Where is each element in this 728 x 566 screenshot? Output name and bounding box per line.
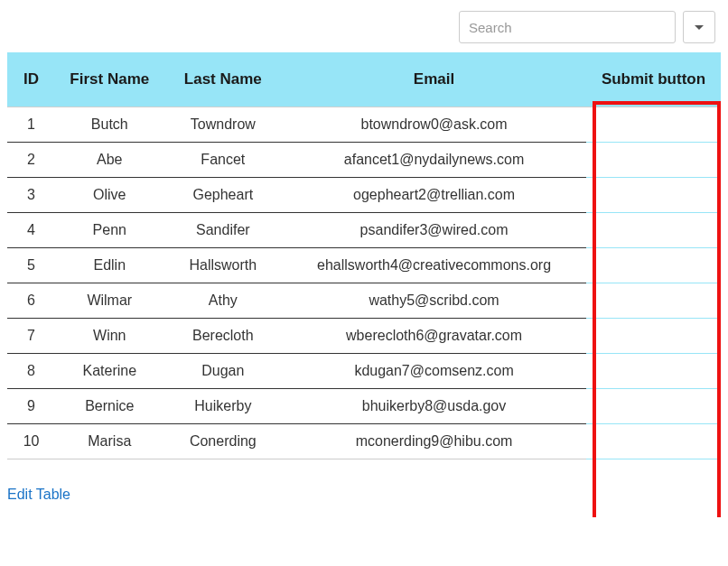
header-first[interactable]: First Name [55,52,163,107]
cell-id: 10 [7,424,55,459]
cell-email: kdugan7@comsenz.com [282,354,586,389]
table-row: 2AbeFancetafancet1@nydailynews.com [7,143,721,178]
cell-first: Butch [55,107,163,143]
cell-last: Huikerby [164,389,283,424]
cell-id: 6 [7,283,55,319]
header-last[interactable]: Last Name [164,52,283,107]
cell-submit[interactable] [586,248,721,283]
cell-submit[interactable] [586,354,721,389]
table-row: 7WinnBereclothwberecloth6@gravatar.com [7,319,721,354]
cell-first: Bernice [55,389,163,424]
table-row: 5EdlinHallsworthehallsworth4@creativecom… [7,248,721,283]
edit-table-link[interactable]: Edit Table [7,487,70,503]
cell-last: Gepheart [164,178,283,213]
cell-email: wathy5@scribd.com [282,283,586,319]
cell-submit[interactable] [586,283,721,319]
cell-submit[interactable] [586,319,721,354]
cell-id: 2 [7,143,55,178]
table-row: 3OliveGepheartogepheart2@trellian.com [7,178,721,213]
cell-email: btowndrow0@ask.com [282,107,586,143]
cell-first: Marisa [55,424,163,459]
table-row: 9BerniceHuikerbybhuikerby8@usda.gov [7,389,721,424]
cell-id: 5 [7,248,55,283]
cell-email: mconerding9@hibu.com [282,424,586,459]
cell-id: 3 [7,178,55,213]
cell-submit[interactable] [586,107,721,143]
search-input[interactable] [459,11,676,43]
cell-first: Abe [55,143,163,178]
cell-first: Wilmar [55,283,163,319]
cell-email: afancet1@nydailynews.com [282,143,586,178]
cell-first: Olive [55,178,163,213]
table-row: 1ButchTowndrowbtowndrow0@ask.com [7,107,721,143]
cell-id: 4 [7,213,55,248]
cell-id: 9 [7,389,55,424]
cell-submit[interactable] [586,178,721,213]
table-row: 6WilmarAthywathy5@scribd.com [7,283,721,319]
cell-last: Towndrow [164,107,283,143]
cell-first: Winn [55,319,163,354]
cell-first: Katerine [55,354,163,389]
cell-email: ogepheart2@trellian.com [282,178,586,213]
cell-last: Sandifer [164,213,283,248]
header-submit[interactable]: Submit button [586,52,721,107]
cell-email: bhuikerby8@usda.gov [282,389,586,424]
header-id[interactable]: ID [7,52,55,107]
cell-first: Edlin [55,248,163,283]
dropdown-button[interactable] [683,11,715,43]
data-table: ID First Name Last Name Email Submit but… [7,52,721,459]
table-header-row: ID First Name Last Name Email Submit but… [7,52,721,107]
cell-email: ehallsworth4@creativecommons.org [282,248,586,283]
cell-last: Athy [164,283,283,319]
cell-last: Conerding [164,424,283,459]
cell-submit[interactable] [586,213,721,248]
cell-last: Dugan [164,354,283,389]
table-row: 4PennSandiferpsandifer3@wired.com [7,213,721,248]
cell-submit[interactable] [586,424,721,459]
table-container: ID First Name Last Name Email Submit but… [7,52,721,459]
cell-first: Penn [55,213,163,248]
cell-last: Hallsworth [164,248,283,283]
cell-submit[interactable] [586,389,721,424]
table-row: 8KaterineDugankdugan7@comsenz.com [7,354,721,389]
cell-submit[interactable] [586,143,721,178]
toolbar [7,7,721,52]
header-email[interactable]: Email [282,52,586,107]
chevron-down-icon [695,25,704,30]
cell-email: wberecloth6@gravatar.com [282,319,586,354]
cell-last: Berecloth [164,319,283,354]
cell-email: psandifer3@wired.com [282,213,586,248]
cell-id: 1 [7,107,55,143]
cell-last: Fancet [164,143,283,178]
cell-id: 8 [7,354,55,389]
cell-id: 7 [7,319,55,354]
table-row: 10MarisaConerdingmconerding9@hibu.com [7,424,721,459]
